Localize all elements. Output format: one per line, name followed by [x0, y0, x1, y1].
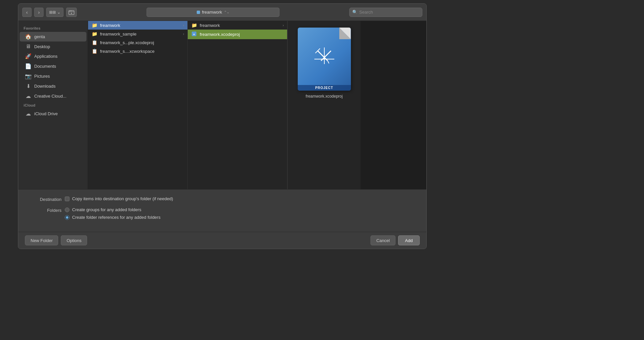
folders-options: Create groups for any added folders Crea… — [65, 207, 161, 220]
file-browser: 📁 freamwork › 📁 freamwork_sample › 📋 fre… — [88, 21, 426, 189]
folder-color-dot — [197, 11, 200, 14]
forward-button[interactable]: › — [34, 8, 44, 17]
folders-row: Folders Create groups for any added fold… — [32, 207, 413, 220]
toolbar: ‹ › ⊞⊞ ⌄ freamwork ⌃⌄ 🔍 — [18, 4, 426, 21]
xcodeproj-icon: A — [191, 31, 197, 38]
location-folder-name: freamwork — [202, 10, 222, 15]
sidebar: Favorites 🏠 genta 🖥 Desktop 🚀 Applicatio… — [18, 21, 88, 189]
sidebar-item-downloads[interactable]: ⬇ Downloads — [20, 81, 86, 91]
sidebar-item-creative-cloud[interactable]: ☁ Creative Cloud... — [20, 91, 86, 101]
sidebar-item-documents[interactable]: 📄 Documents — [20, 61, 86, 71]
project-label: PROJECT — [298, 85, 351, 91]
file-column-2: 📁 freamwork › A freamwork.xcodeproj — [188, 21, 287, 189]
icloud-label: iCloud — [18, 101, 88, 109]
favorites-label: Favorites — [18, 24, 88, 32]
file-item-xcworkspace[interactable]: 📋 freamwork_s....xcworkspace — [88, 47, 187, 55]
file-column-1: 📁 freamwork › 📁 freamwork_sample › 📋 fre… — [88, 21, 188, 189]
folder-icon: 📁 — [191, 23, 197, 28]
file-item-freamwork[interactable]: 📁 freamwork › — [88, 21, 187, 30]
applications-icon: 🚀 — [25, 53, 32, 59]
pictures-icon: 📷 — [25, 73, 32, 79]
view-chevron-icon: ⌄ — [57, 10, 60, 15]
create-references-label: Create folder references for any added f… — [72, 215, 161, 220]
copy-items-label: Copy items into destination group's fold… — [72, 196, 173, 201]
doc-icon: 📋 — [91, 48, 97, 54]
downloads-icon: ⬇ — [25, 83, 32, 89]
sidebar-item-label-desktop: Desktop — [34, 44, 50, 49]
create-groups-radio[interactable] — [65, 208, 69, 212]
folder-icon: 📁 — [91, 23, 97, 28]
content-area: Favorites 🏠 genta 🖥 Desktop 🚀 Applicatio… — [18, 21, 426, 189]
destination-options: Copy items into destination group's fold… — [65, 196, 173, 201]
arrow-icon: › — [183, 32, 184, 36]
documents-icon: 📄 — [25, 63, 32, 69]
sidebar-item-label-applications: Applications — [34, 54, 57, 59]
sidebar-item-desktop[interactable]: 🖥 Desktop — [20, 42, 86, 51]
folder-icon: 📁 — [91, 31, 97, 37]
desktop-icon: 🖥 — [25, 43, 32, 49]
view-switcher[interactable]: ⊞⊞ ⌄ — [46, 8, 63, 17]
file-item-freamwork2[interactable]: 📁 freamwork › — [188, 21, 287, 30]
back-button[interactable]: ‹ — [22, 8, 32, 17]
creative-cloud-icon: ☁ — [25, 93, 32, 99]
doc-icon: 📋 — [91, 40, 97, 45]
new-folder-button[interactable]: New Folder — [25, 235, 58, 245]
file-item-freamwork-sample[interactable]: 📁 freamwork_sample › — [88, 30, 187, 38]
sidebar-item-label-creative-cloud: Creative Cloud... — [34, 94, 66, 99]
icloud-drive-icon: ☁ — [25, 111, 32, 117]
sidebar-item-label-icloud-drive: iCloud Drive — [34, 111, 58, 116]
xcode-logo-svg — [308, 42, 341, 76]
create-groups-label: Create groups for any added folders — [72, 207, 141, 212]
svg-text:A: A — [193, 33, 195, 36]
button-bar: New Folder Options Cancel Add — [18, 232, 426, 249]
location-chevron-icon: ⌃⌄ — [224, 10, 229, 14]
create-references-row: Create folder references for any added f… — [65, 215, 161, 220]
destination-row: Destination Copy items into destination … — [32, 196, 413, 202]
svg-line-7 — [328, 61, 329, 63]
options-panel: Destination Copy items into destination … — [18, 189, 426, 232]
add-button[interactable]: Add — [398, 235, 420, 245]
sidebar-item-pictures[interactable]: 📷 Pictures — [20, 71, 86, 81]
file-item-xcodeproj[interactable]: 📋 freamwork_s...ple.xcodeproj — [88, 38, 187, 47]
sidebar-item-label-pictures: Pictures — [34, 74, 50, 79]
home-icon: 🏠 — [25, 34, 32, 40]
arrow-icon: › — [183, 24, 184, 27]
location-bar[interactable]: freamwork ⌃⌄ — [147, 8, 279, 17]
options-button[interactable]: Options — [61, 235, 87, 245]
folders-label: Folders — [32, 207, 61, 213]
search-box[interactable]: 🔍 — [349, 8, 422, 17]
sidebar-item-label-genta: genta — [34, 34, 45, 39]
create-references-radio[interactable] — [65, 215, 69, 220]
file-preview-icon: PROJECT — [298, 28, 351, 91]
preview-filename: freamwork.xcodeproj — [306, 94, 343, 99]
grid-icon: ⊞⊞ — [49, 10, 56, 15]
copy-items-row: Copy items into destination group's fold… — [65, 196, 173, 201]
cancel-button[interactable]: Cancel — [371, 235, 395, 245]
file-item-freamwork-xcodeproj[interactable]: A freamwork.xcodeproj — [188, 30, 287, 39]
create-groups-row: Create groups for any added folders — [65, 207, 161, 212]
sidebar-item-label-documents: Documents — [34, 64, 56, 69]
folder-plus-icon — [68, 9, 74, 15]
copy-items-checkbox[interactable] — [65, 197, 69, 201]
sidebar-item-icloud-drive[interactable]: ☁ iCloud Drive — [20, 109, 86, 119]
sidebar-item-label-downloads: Downloads — [34, 84, 55, 89]
search-icon: 🔍 — [352, 10, 358, 15]
file-dialog: ‹ › ⊞⊞ ⌄ freamwork ⌃⌄ 🔍 — [18, 3, 427, 249]
sidebar-item-genta[interactable]: 🏠 genta — [20, 32, 86, 42]
sidebar-item-applications[interactable]: 🚀 Applications — [20, 51, 86, 61]
new-folder-toolbar-button[interactable] — [66, 8, 77, 17]
preview-pane: PROJECT freamwork.xcodeproj — [287, 21, 361, 189]
search-input[interactable] — [359, 10, 419, 15]
destination-label: Destination — [32, 196, 61, 202]
arrow-icon: › — [283, 24, 284, 27]
